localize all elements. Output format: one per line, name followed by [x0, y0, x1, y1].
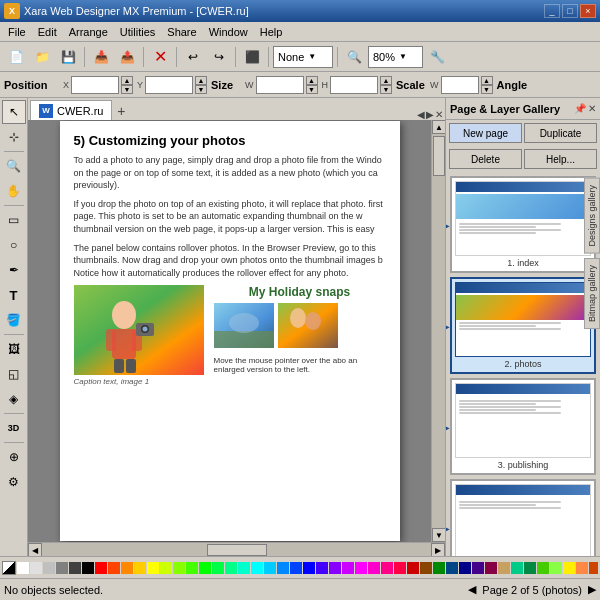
w-input[interactable] [256, 76, 304, 94]
color-swatch[interactable] [524, 562, 536, 574]
new-button[interactable]: 📄 [4, 45, 28, 69]
scroll-thumb[interactable] [433, 136, 445, 176]
color-swatch[interactable] [537, 562, 549, 574]
import-button[interactable]: 📥 [89, 45, 113, 69]
color-swatch[interactable] [17, 562, 29, 574]
color-swatch[interactable] [173, 562, 185, 574]
help-button[interactable]: Help... [524, 149, 597, 169]
menu-share[interactable]: Share [161, 24, 202, 40]
close-button[interactable]: × [580, 4, 596, 18]
menu-file[interactable]: File [2, 24, 32, 40]
minimize-button[interactable]: _ [544, 4, 560, 18]
shadow-tool[interactable]: ◱ [2, 362, 26, 386]
page-thumb-1[interactable]: ▶ 1. index [450, 176, 596, 273]
menu-arrange[interactable]: Arrange [63, 24, 114, 40]
tab-next-arrow[interactable]: ▶ [426, 109, 434, 120]
color-swatch[interactable] [433, 562, 445, 574]
page-nav-prev[interactable]: ◀ [468, 583, 476, 596]
x-down-arrow[interactable]: ▼ [121, 85, 133, 94]
scroll-track[interactable] [432, 134, 445, 528]
hscroll-right-button[interactable]: ▶ [431, 543, 445, 556]
search-button[interactable]: 🔍 [342, 45, 366, 69]
fill-tool[interactable]: 🪣 [2, 308, 26, 332]
h-up-arrow[interactable]: ▲ [380, 76, 392, 85]
color-swatch[interactable] [446, 562, 458, 574]
push-tool[interactable]: ✋ [2, 179, 26, 203]
color-swatch[interactable] [82, 562, 94, 574]
menu-utilities[interactable]: Utilities [114, 24, 161, 40]
transform-button[interactable]: ⬛ [240, 45, 264, 69]
color-swatch[interactable] [589, 562, 598, 574]
color-swatch[interactable] [251, 562, 263, 574]
tab-close-button[interactable]: ✕ [435, 109, 443, 120]
color-swatch[interactable] [576, 562, 588, 574]
menu-window[interactable]: Window [203, 24, 254, 40]
delete-button[interactable]: ✕ [148, 45, 172, 69]
page-thumb-2[interactable]: ▶ 2. photos [450, 277, 596, 374]
h-down-arrow[interactable]: ▼ [380, 85, 392, 94]
redo-button[interactable]: ↪ [207, 45, 231, 69]
undo-button[interactable]: ↩ [181, 45, 205, 69]
color-swatch[interactable] [511, 562, 523, 574]
color-swatch[interactable] [316, 562, 328, 574]
delete-page-button[interactable]: Delete [449, 149, 522, 169]
y-up-arrow[interactable]: ▲ [195, 76, 207, 85]
color-swatch[interactable] [303, 562, 315, 574]
color-swatch[interactable] [498, 562, 510, 574]
save-button[interactable]: 💾 [56, 45, 80, 69]
color-swatch[interactable] [69, 562, 81, 574]
color-swatch[interactable] [381, 562, 393, 574]
y-down-arrow[interactable]: ▼ [195, 85, 207, 94]
text-tool[interactable]: T [2, 283, 26, 307]
select-tool[interactable]: ↖ [2, 100, 26, 124]
photo-tool[interactable]: 🖼 [2, 337, 26, 361]
color-swatch[interactable] [95, 562, 107, 574]
add-tab-button[interactable]: + [112, 102, 130, 120]
duplicate-page-button[interactable]: Duplicate [524, 123, 597, 143]
node-tool[interactable]: ⊹ [2, 125, 26, 149]
color-swatch[interactable] [134, 562, 146, 574]
scale-w-up[interactable]: ▲ [481, 76, 493, 85]
color-swatch[interactable] [160, 562, 172, 574]
w-up-arrow[interactable]: ▲ [306, 76, 318, 85]
page-thumb-4[interactable]: ▶ 4. [450, 479, 596, 556]
color-swatch[interactable] [108, 562, 120, 574]
color-swatch[interactable] [264, 562, 276, 574]
bitmap-gallery-tab[interactable]: Bitmap gallery [584, 258, 600, 329]
color-swatch[interactable] [56, 562, 68, 574]
color-swatch[interactable] [420, 562, 432, 574]
color-swatch[interactable] [563, 562, 575, 574]
open-button[interactable]: 📁 [30, 45, 54, 69]
scroll-up-button[interactable]: ▲ [432, 120, 445, 134]
menu-help[interactable]: Help [254, 24, 289, 40]
zoom-dropdown[interactable]: 80% ▼ [368, 46, 423, 68]
zoom-tool[interactable]: 🔍 [2, 154, 26, 178]
ellipse-tool[interactable]: ○ [2, 233, 26, 257]
color-swatch[interactable] [368, 562, 380, 574]
no-color-swatch[interactable] [2, 561, 16, 575]
color-swatch[interactable] [212, 562, 224, 574]
color-swatch[interactable] [550, 562, 562, 574]
scale-w-input[interactable] [441, 76, 479, 94]
pen-tool[interactable]: ✒ [2, 258, 26, 282]
panel-pin-button[interactable]: 📌 [574, 103, 586, 114]
color-swatch[interactable] [43, 562, 55, 574]
color-swatch[interactable] [329, 562, 341, 574]
color-swatch[interactable] [342, 562, 354, 574]
color-swatch[interactable] [459, 562, 471, 574]
new-page-button[interactable]: New page [449, 123, 522, 143]
color-swatch[interactable] [238, 562, 250, 574]
tab-prev-arrow[interactable]: ◀ [417, 109, 425, 120]
designs-gallery-tab[interactable]: Designs gallery [584, 178, 600, 254]
color-swatch[interactable] [121, 562, 133, 574]
color-swatch[interactable] [355, 562, 367, 574]
hscroll-left-button[interactable]: ◀ [28, 543, 42, 556]
x-input[interactable] [71, 76, 119, 94]
rect-tool[interactable]: ▭ [2, 208, 26, 232]
color-swatch[interactable] [277, 562, 289, 574]
color-swatch[interactable] [199, 562, 211, 574]
w-down-arrow[interactable]: ▼ [306, 85, 318, 94]
hscroll-thumb[interactable] [207, 544, 267, 556]
color-swatch[interactable] [147, 562, 159, 574]
settings-tool[interactable]: ⚙ [2, 470, 26, 494]
